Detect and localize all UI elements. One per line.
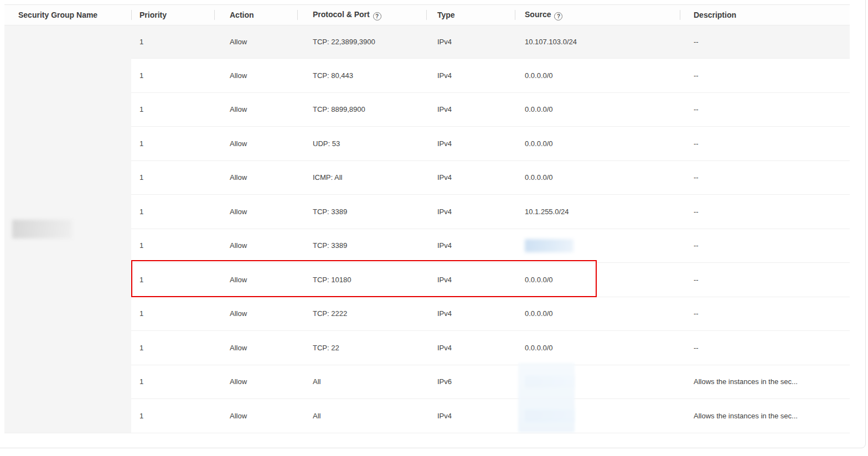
cell-protocol-port: TCP: 2222 — [297, 297, 426, 331]
table-header-row: Security Group Name Priority Action Prot… — [4, 5, 850, 25]
cell-protocol-port: TCP: 3389 — [297, 229, 426, 263]
cell-priority: 1 — [131, 399, 214, 433]
cell-source: 0.0.0.0/0 — [515, 59, 680, 93]
rule-row: 1 Allow TCP: 8899,8900 IPv4 0.0.0.0/0 -- — [4, 92, 850, 127]
column-header-description: Description — [680, 5, 850, 25]
cell-priority: 1 — [131, 59, 214, 93]
column-header-label: Description — [694, 11, 736, 19]
column-header-label: Source — [525, 10, 551, 19]
cell-description: Allows the instances in the sec... — [680, 399, 850, 433]
cell-action: Allow — [214, 263, 297, 297]
rule-row: 1 Allow ICMP: All IPv4 0.0.0.0/0 -- — [4, 160, 850, 195]
rule-row: 1 Allow TCP: 3389 IPv4 10.1.255.0/24 -- — [4, 195, 850, 229]
cell-action: Allow — [214, 331, 297, 365]
cell-source: 10.1.255.0/24 — [515, 195, 680, 229]
cell-description: -- — [680, 160, 850, 195]
cell-type: IPv4 — [426, 263, 515, 297]
cell-source: 0.0.0.0/0 — [515, 263, 680, 297]
column-header-action: Action — [214, 5, 297, 25]
cell-type: IPv4 — [426, 229, 515, 263]
cell-description: -- — [680, 331, 850, 365]
cell-protocol-port: TCP: 10180 — [297, 263, 426, 297]
cell-action: Allow — [214, 365, 297, 399]
cell-source: 0.0.0.0/0 — [515, 92, 680, 127]
rule-row: 1 Allow All IPv4 Allows the instances in… — [4, 399, 850, 433]
cell-type: IPv4 — [426, 195, 515, 229]
cell-action: Allow — [214, 195, 297, 229]
cell-source: 0.0.0.0/0 — [515, 160, 680, 195]
cell-protocol-port: TCP: 3389 — [297, 195, 426, 229]
cell-type: IPv4 — [426, 92, 515, 127]
cell-type: IPv4 — [426, 399, 515, 433]
cell-priority: 1 — [131, 297, 214, 331]
cell-priority: 1 — [131, 365, 214, 399]
rule-row: 1 Allow TCP: 2222 IPv4 0.0.0.0/0 -- — [4, 297, 850, 331]
cell-protocol-port: TCP: 22,3899,3900 — [297, 25, 426, 59]
cell-source: 10.107.103.0/24 — [515, 25, 680, 59]
cell-description: -- — [680, 195, 850, 229]
redacted-source — [525, 239, 574, 252]
cell-protocol-port: ICMP: All — [297, 160, 426, 195]
cell-priority: 1 — [131, 127, 214, 161]
cell-priority: 1 — [131, 92, 214, 127]
cell-description: -- — [680, 263, 850, 297]
cell-action: Allow — [214, 399, 297, 433]
cell-action: Allow — [214, 25, 297, 59]
cell-priority: 1 — [131, 331, 214, 365]
help-icon[interactable]: ? — [554, 12, 562, 20]
rule-row: 1 Allow UDP: 53 IPv4 0.0.0.0/0 -- — [4, 127, 850, 161]
security-group-rules-page: Security Group Name Priority Action Prot… — [0, 0, 868, 456]
cell-description: -- — [680, 229, 850, 263]
cell-description: -- — [680, 25, 850, 59]
cell-type: IPv4 — [426, 297, 515, 331]
cell-security-group-name — [4, 25, 131, 433]
cell-priority: 1 — [131, 229, 214, 263]
column-header-security-group-name: Security Group Name — [4, 5, 131, 25]
cell-source: 0.0.0.0/0 — [515, 331, 680, 365]
cell-description: -- — [680, 127, 850, 161]
cell-type: IPv4 — [426, 160, 515, 195]
cell-type: IPv4 — [426, 331, 515, 365]
cell-type: IPv4 — [426, 59, 515, 93]
cell-source: 0.0.0.0/0 — [515, 127, 680, 161]
cell-action: Allow — [214, 127, 297, 161]
cell-priority: 1 — [131, 263, 214, 297]
redacted-source — [525, 409, 574, 422]
cell-priority: 1 — [131, 195, 214, 229]
cell-action: Allow — [214, 229, 297, 263]
column-header-label: Protocol & Port — [313, 10, 370, 19]
cell-type: IPv4 — [426, 25, 515, 59]
security-group-rules-table-wrap: Security Group Name Priority Action Prot… — [4, 4, 850, 433]
cell-protocol-port: TCP: 80,443 — [297, 59, 426, 93]
help-icon[interactable]: ? — [373, 12, 381, 20]
cell-action: Allow — [214, 59, 297, 93]
cell-type: IPv6 — [426, 365, 515, 399]
cell-source — [515, 229, 680, 263]
cell-source — [515, 399, 680, 433]
column-header-source: Source? — [515, 5, 680, 25]
redacted-source — [525, 375, 574, 388]
rule-row-highlighted: 1 Allow TCP: 10180 IPv4 0.0.0.0/0 -- — [4, 263, 850, 297]
rule-row: 1 Allow TCP: 22 IPv4 0.0.0.0/0 -- — [4, 331, 850, 365]
cell-description: -- — [680, 92, 850, 127]
rule-row: 1 Allow TCP: 22,3899,3900 IPv4 10.107.10… — [4, 25, 850, 59]
column-header-type: Type — [426, 5, 515, 25]
redacted-security-group-name — [12, 220, 72, 239]
cell-description: -- — [680, 297, 850, 331]
cell-description: -- — [680, 59, 850, 93]
cell-action: Allow — [214, 92, 297, 127]
cell-protocol-port: TCP: 8899,8900 — [297, 92, 426, 127]
cell-priority: 1 — [131, 25, 214, 59]
cell-action: Allow — [214, 297, 297, 331]
cell-protocol-port: All — [297, 399, 426, 433]
rule-row: 1 Allow TCP: 3389 IPv4 -- — [4, 229, 850, 263]
column-header-label: Action — [230, 11, 254, 19]
cell-action: Allow — [214, 160, 297, 195]
column-header-protocol-port: Protocol & Port? — [297, 5, 426, 25]
cell-priority: 1 — [131, 160, 214, 195]
column-header-label: Security Group Name — [18, 11, 97, 19]
cell-protocol-port: UDP: 53 — [297, 127, 426, 161]
column-header-label: Type — [437, 11, 455, 19]
cell-protocol-port: All — [297, 365, 426, 399]
cell-source: 0.0.0.0/0 — [515, 297, 680, 331]
